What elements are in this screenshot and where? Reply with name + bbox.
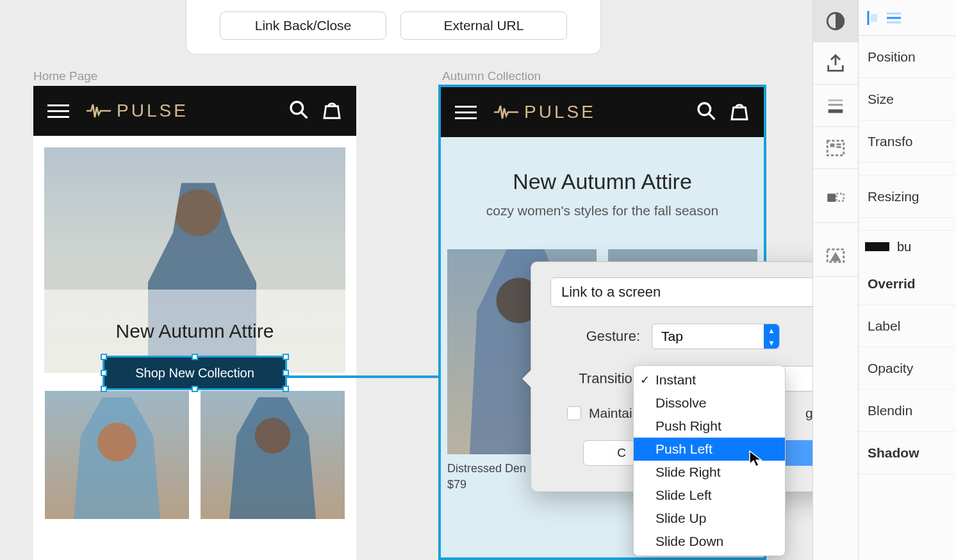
svg-rect-9 [830, 143, 835, 147]
transition-option[interactable]: Slide Left [634, 484, 785, 507]
gesture-value: Tap [661, 329, 683, 344]
autumn-subtitle: cozy women's styles for the fall season [454, 203, 751, 218]
maintain-checkbox[interactable] [567, 406, 581, 420]
prop-position[interactable]: Position [859, 36, 956, 78]
thumbnail-2[interactable] [201, 391, 345, 519]
thumbnail-1[interactable] [45, 391, 189, 519]
search-icon[interactable] [288, 99, 309, 122]
align-left-icon[interactable] [866, 10, 879, 26]
tool-resize-icon[interactable] [813, 181, 858, 223]
artboard-label-autumn[interactable]: Autumn Collection [442, 69, 541, 83]
autumn-hero-text: New Autumn Attire cozy women's styles fo… [441, 137, 764, 238]
prop-overrides[interactable]: Overrid [859, 263, 956, 305]
transition-dropdown: InstantDissolvePush RightPush LeftSlide … [633, 365, 786, 556]
brand-logo: PULSE [493, 102, 596, 122]
transition-option[interactable]: Slide Up [634, 507, 785, 530]
mouse-cursor-icon [748, 450, 762, 468]
select-stepper[interactable]: ▲▼ [764, 324, 779, 349]
svg-rect-12 [827, 194, 836, 202]
svg-rect-6 [828, 104, 843, 106]
svg-rect-13 [836, 194, 843, 201]
hero-title: New Autumn Attire [116, 320, 274, 342]
autumn-title: New Autumn Attire [454, 169, 751, 194]
artboard-label-home[interactable]: Home Page [33, 69, 97, 83]
tool-tint-icon[interactable] [813, 235, 858, 277]
transition-option[interactable]: Dissolve [634, 391, 785, 415]
align-tools [859, 0, 956, 36]
layer-swatch [865, 242, 889, 251]
brand-text: PULSE [117, 101, 188, 121]
tool-symbol-icon[interactable] [813, 0, 858, 42]
bag-icon[interactable] [322, 99, 342, 122]
search-icon[interactable] [696, 101, 716, 124]
transition-option[interactable]: Push Right [634, 415, 785, 438]
hero-image: New Autumn Attire [44, 147, 345, 373]
svg-rect-16 [871, 14, 877, 22]
transition-label: Transition [550, 370, 640, 387]
prop-transform[interactable]: Transfo [859, 120, 956, 163]
prop-size[interactable]: Size [859, 78, 956, 120]
shop-collection-button[interactable]: Shop New Collection [104, 358, 285, 388]
app-header: PULSE [441, 87, 764, 137]
svg-rect-8 [827, 140, 844, 155]
link-to-screen-select[interactable]: Link to a screen ▲▼ [550, 277, 850, 307]
align-distribute-icon[interactable] [886, 12, 902, 24]
svg-point-0 [291, 102, 303, 114]
brand-logo: PULSE [86, 101, 188, 121]
transition-option[interactable]: Instant [634, 368, 785, 391]
layer-name: bu [897, 240, 911, 254]
bag-icon[interactable] [729, 101, 750, 124]
tool-stack-icon[interactable] [813, 85, 858, 127]
hamburger-icon[interactable] [47, 104, 69, 118]
svg-rect-5 [828, 109, 843, 113]
gesture-label: Gesture: [550, 328, 640, 345]
right-tool-strip [812, 0, 859, 560]
prop-blending[interactable]: Blendin [859, 390, 956, 432]
prop-label[interactable]: Label [859, 305, 956, 347]
svg-line-1 [301, 112, 307, 118]
top-action-bar: Link Back/Close External URL [186, 0, 601, 54]
external-url-button[interactable]: External URL [400, 12, 567, 40]
layer-row[interactable]: bu [859, 231, 956, 263]
thumbnail-row [33, 373, 356, 519]
prop-shadow[interactable]: Shadow [859, 432, 956, 474]
tool-layout-icon[interactable] [813, 127, 858, 169]
gesture-select[interactable]: Tap ▲▼ [652, 324, 780, 349]
artboard-home[interactable]: PULSE New Autumn Attire [33, 86, 356, 560]
maintain-label: Maintain [589, 406, 639, 421]
properties-panel: Position Size Transfo Resizing bu Overri… [859, 0, 956, 560]
svg-line-3 [709, 113, 714, 119]
link-back-close-button[interactable]: Link Back/Close [220, 12, 386, 40]
link-to-screen-label: Link to a screen [561, 284, 661, 301]
svg-rect-7 [828, 99, 843, 101]
shop-collection-button-selection[interactable]: Shop New Collection [103, 356, 287, 390]
svg-point-2 [698, 103, 711, 115]
prop-opacity[interactable]: Opacity [859, 347, 956, 390]
app-header: PULSE [33, 86, 356, 136]
hamburger-icon[interactable] [455, 106, 477, 119]
tool-export-icon[interactable] [813, 42, 858, 85]
prop-resizing[interactable]: Resizing [859, 176, 956, 218]
brand-text: PULSE [524, 102, 596, 122]
transition-option[interactable]: Slide Down [634, 530, 785, 553]
